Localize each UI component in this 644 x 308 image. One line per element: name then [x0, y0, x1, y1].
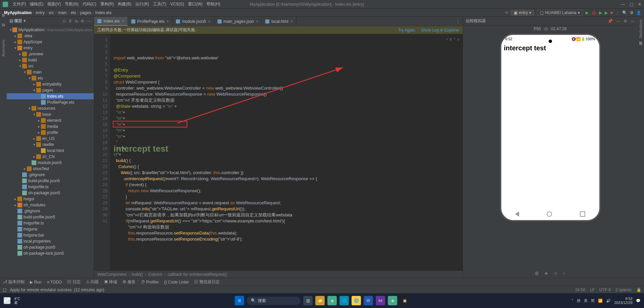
tool-window-button[interactable]: {} Code Linter	[164, 280, 189, 285]
rail-bookmarks[interactable]: Bookmarks	[2, 40, 5, 56]
weather-widget[interactable]: 4°C雾	[14, 297, 20, 305]
tree-node[interactable]: ▸build	[7, 57, 94, 63]
nav-back-icon[interactable]	[515, 211, 519, 217]
ime-lang[interactable]: 英	[584, 298, 588, 303]
tree-node[interactable]: ▾rawfile	[7, 142, 94, 148]
code-line[interactable]: "intercept test\n"+	[113, 121, 463, 127]
notif-icon[interactable]: 💬	[636, 299, 641, 303]
tree-node[interactable]: ▸ohosTest	[7, 166, 94, 172]
tree-node[interactable]: ▸zh_CN	[7, 154, 94, 160]
emu-layout-icon[interactable]: ▥	[535, 271, 539, 275]
tree-node[interactable]: local.properties	[7, 238, 94, 244]
breadcrumb[interactable]: src	[47, 10, 55, 15]
code-line[interactable]: "cm">// 构造响应数据	[113, 224, 463, 230]
tree-node[interactable]: ▸entryability	[7, 81, 94, 87]
sync-icon[interactable]: ⟲	[505, 10, 508, 15]
code-line[interactable]: let mRequest: WebResourceRequest = event…	[113, 200, 463, 206]
tree-node[interactable]: ▾entry	[7, 45, 94, 51]
word-icon[interactable]: W	[364, 296, 373, 305]
tool-window-button[interactable]: ⏱ Profiler	[141, 280, 159, 285]
code-line[interactable]: if (!event) {	[113, 182, 463, 188]
coverage-icon[interactable]: ▶	[599, 10, 602, 15]
code-line[interactable]: build() {	[113, 158, 463, 164]
menu-item[interactable]: 视图(V)	[45, 1, 63, 7]
code-line[interactable]: "intercept test\n"+	[113, 140, 463, 146]
menu-item[interactable]: 工具(T)	[151, 1, 168, 7]
code-line[interactable]: this.responseResource.setResponseEncodin…	[113, 236, 463, 242]
maximize-button[interactable]: ▢	[630, 2, 633, 7]
avatar-icon[interactable]: 👤	[636, 10, 641, 15]
taskbar-search[interactable]: 🔍 搜索	[247, 297, 301, 305]
code-crumb[interactable]: WebComponent	[97, 272, 127, 277]
menu-item[interactable]: 文件(F)	[11, 1, 28, 7]
code-line[interactable]: "\n"+	[113, 134, 463, 140]
menu-item[interactable]: VCS(S)	[168, 1, 186, 7]
hide-icon[interactable]: —	[87, 19, 91, 23]
tree-node[interactable]: hvigorfile.ts	[7, 220, 94, 226]
tool-window-button[interactable]: ≡ TODO	[47, 280, 62, 285]
tree-node[interactable]: oh-package.json5	[7, 244, 94, 250]
wifi-icon[interactable]: 📶	[598, 299, 603, 303]
tree-node[interactable]: .gitignore	[7, 172, 94, 178]
tree-node[interactable]: hvigorfile.ts	[7, 184, 94, 190]
tree-node[interactable]: ▾resources	[7, 105, 94, 111]
stop-icon[interactable]: ■	[610, 10, 613, 15]
banner-show-log[interactable]: Show Log in Explorer	[421, 28, 459, 33]
tree-node[interactable]: hvigorw	[7, 226, 94, 232]
line-ending[interactable]: LF	[590, 288, 595, 292]
tree-node[interactable]: build-profile.json5	[7, 178, 94, 184]
menu-item[interactable]: 重构(R)	[98, 1, 116, 7]
tree-node[interactable]: .gitignore	[7, 208, 94, 214]
emu-hide-icon[interactable]: —	[631, 19, 635, 23]
collapse-icon[interactable]: ⇆	[75, 19, 78, 23]
ime-simp[interactable]: 简	[591, 298, 595, 303]
menu-item[interactable]: 构建(B)	[116, 1, 133, 7]
breadcrumb[interactable]: Index.ets	[94, 10, 113, 15]
tree-node[interactable]: ▸profile	[7, 130, 94, 136]
code-line[interactable]	[113, 61, 463, 67]
emu-back-icon[interactable]: ◁	[554, 271, 557, 275]
code-crumb[interactable]: callback for onInterceptRequest()	[168, 272, 227, 277]
start-button[interactable]: ⊞	[235, 296, 244, 305]
settings-icon[interactable]: ⚙	[630, 10, 634, 15]
terminal-icon[interactable]: ▣	[400, 296, 409, 305]
volume-icon[interactable]: 🔊	[606, 299, 611, 303]
explorer-icon[interactable]: 📁	[315, 296, 325, 305]
menu-item[interactable]: 运行(R)	[133, 1, 151, 7]
pin-icon[interactable]: 📌	[608, 19, 613, 23]
menu-item[interactable]: 代码(C)	[81, 1, 98, 7]
tree-node[interactable]: Index.ets	[7, 93, 94, 99]
code-line[interactable]: }	[113, 194, 463, 200]
breadcrumb[interactable]: entry	[34, 10, 46, 15]
tool-window-button[interactable]: ⎇ 版本控制	[3, 279, 25, 285]
code-editor[interactable]: 1234567891011121314151617181920212223242…	[94, 34, 463, 270]
menu-item[interactable]: 窗口(W)	[186, 1, 204, 7]
device-selector[interactable]: ▢ HUAWEI Lahaina ▾	[537, 10, 583, 16]
tree-node[interactable]: build-profile.json5	[7, 214, 94, 220]
tool-window-button[interactable]: ⚙ 服务	[123, 279, 135, 285]
code-line[interactable]: @Entry	[113, 67, 463, 73]
menu-item[interactable]: 编辑(E)	[28, 1, 45, 7]
tree-node[interactable]: ▸hvigor	[7, 196, 94, 202]
phone-mock[interactable]: 8:52 🔇📶🔋100% intercept test	[500, 34, 601, 221]
code-line[interactable]: "\n"+	[113, 109, 463, 115]
profile-icon[interactable]: ▶	[605, 10, 608, 15]
close-button[interactable]: ✕	[638, 2, 641, 7]
editor-tab[interactable]: module.json5 ×	[173, 17, 214, 26]
readonly-icon[interactable]: 🔒	[636, 288, 641, 292]
banner-try-again[interactable]: Try Again	[398, 28, 415, 33]
caret-pos[interactable]: 34:56	[575, 288, 585, 292]
encoding[interactable]: UTF-8	[599, 288, 611, 292]
breadcrumb[interactable]: MyApplication	[3, 10, 33, 15]
tree-node[interactable]: ▾pages	[7, 87, 94, 93]
search-icon[interactable]: 🔍	[622, 10, 627, 15]
tree-node[interactable]: module.json5	[7, 160, 94, 166]
tree-node[interactable]: ▾base	[7, 111, 94, 117]
taskbar-clock[interactable]: 8:522023/12/28	[614, 297, 633, 305]
menu-item[interactable]: 帮助(H)	[204, 1, 222, 7]
code-line[interactable]: struct WebComponent {	[113, 79, 463, 85]
nav-home-icon[interactable]	[547, 211, 552, 217]
deveco-icon[interactable]: ◆	[327, 296, 337, 305]
nav-recent-icon[interactable]	[580, 211, 585, 217]
options-icon[interactable]: ⚙	[81, 19, 84, 23]
